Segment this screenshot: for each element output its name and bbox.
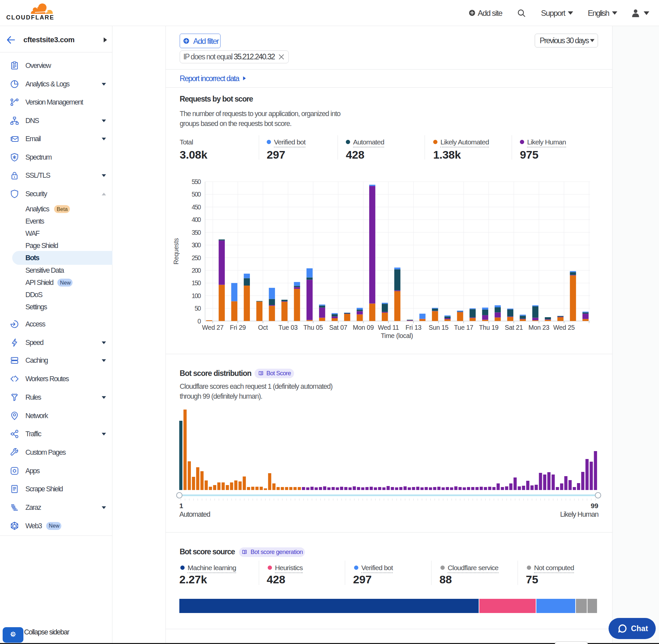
- svg-text:Sat 07: Sat 07: [329, 324, 347, 331]
- svg-text:150: 150: [191, 279, 201, 286]
- svg-text:Tue 17: Tue 17: [454, 324, 473, 331]
- svg-text:Fri 13: Fri 13: [405, 324, 421, 331]
- svg-text:Time (local): Time (local): [381, 332, 413, 339]
- svg-text:300: 300: [191, 242, 201, 249]
- svg-text:Wed 25: Wed 25: [553, 324, 575, 331]
- svg-text:200: 200: [191, 267, 201, 274]
- svg-text:100: 100: [191, 292, 201, 299]
- svg-text:250: 250: [191, 254, 201, 261]
- svg-text:Thu 19: Thu 19: [479, 324, 498, 331]
- svg-text:Sun 15: Sun 15: [428, 324, 449, 331]
- svg-text:550: 550: [191, 178, 201, 185]
- svg-text:Wed 27: Wed 27: [202, 324, 223, 331]
- svg-text:Tue 03: Tue 03: [278, 324, 297, 331]
- svg-text:Mon 09: Mon 09: [353, 324, 374, 331]
- svg-text:0: 0: [197, 318, 201, 325]
- svg-text:450: 450: [191, 204, 201, 211]
- svg-text:Fri 29: Fri 29: [230, 324, 245, 331]
- svg-text:Requests: Requests: [172, 238, 180, 264]
- svg-text:350: 350: [191, 229, 201, 236]
- svg-text:Sat 21: Sat 21: [505, 324, 523, 331]
- svg-text:50: 50: [194, 305, 201, 312]
- svg-text:Wed 11: Wed 11: [378, 324, 399, 331]
- svg-text:Mon 23: Mon 23: [528, 324, 549, 331]
- svg-text:500: 500: [191, 190, 201, 198]
- svg-text:400: 400: [191, 216, 201, 223]
- svg-text:Oct: Oct: [258, 324, 268, 331]
- svg-text:Thu 05: Thu 05: [303, 324, 323, 331]
